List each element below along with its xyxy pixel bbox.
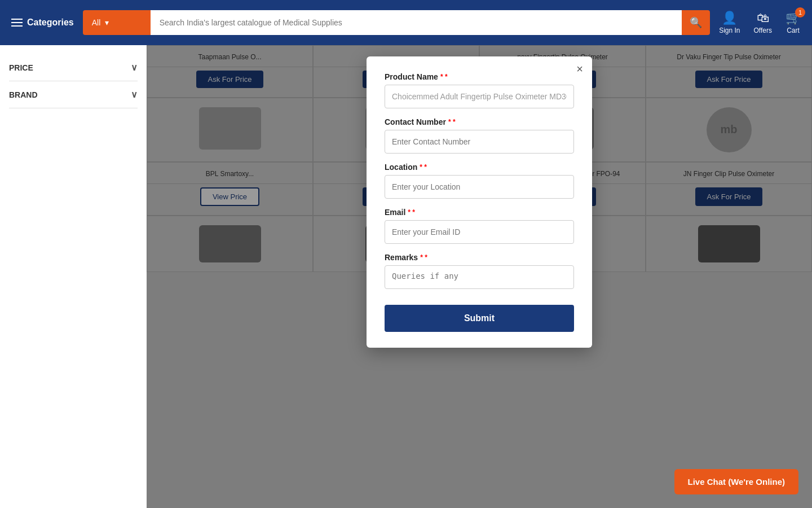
sign-in-label: Sign In [719,27,740,34]
remarks-group: Remarks * * [385,253,574,291]
product-name-group: Product Name * * [385,72,574,108]
categories-label: Categories [27,17,74,28]
category-dropdown[interactable]: All ▾ [83,10,151,35]
categories-menu[interactable]: Categories [11,17,74,28]
submit-button[interactable]: Submit [385,305,574,332]
remarks-required: * * [420,253,427,261]
location-group: Location * * [385,163,574,199]
main-content: PRICE ∨ BRAND ∨ Taapmaan Pulse O... noxy… [0,45,812,508]
price-filter[interactable]: PRICE ∨ [9,54,138,81]
search-input[interactable] [151,10,682,35]
cart-label: Cart [787,27,800,34]
modal-close-button[interactable]: × [576,63,583,75]
email-input[interactable] [385,220,574,244]
sign-in-action[interactable]: 👤 Sign In [719,11,740,34]
remarks-input[interactable] [385,265,574,289]
user-icon: 👤 [722,11,737,25]
email-group: Email * * [385,208,574,244]
ask-price-modal: × Product Name * * Contact Number * * [367,56,592,348]
location-input[interactable] [385,175,574,199]
offers-icon: 🛍 [757,11,769,25]
email-required: * * [408,208,415,216]
product-area: Taapmaan Pulse O... noxy Fingertip Pulse… [147,45,812,508]
modal-overlay: × Product Name * * Contact Number * * [147,45,812,508]
category-value: All [92,18,101,27]
search-bar: All ▾ 🔍 [83,10,710,35]
price-filter-label: PRICE [9,63,33,72]
remarks-label: Remarks * * [385,253,574,262]
cart-badge: 1 [795,7,805,17]
product-name-input[interactable] [385,85,574,108]
product-name-label: Product Name * * [385,72,574,81]
search-button[interactable]: 🔍 [682,10,710,35]
brand-filter[interactable]: BRAND ∨ [9,81,138,108]
header-actions: 👤 Sign In 🛍 Offers 🛒 1 Cart [719,11,801,34]
brand-chevron-icon: ∨ [131,89,138,100]
sidebar: PRICE ∨ BRAND ∨ [0,45,147,508]
offers-action[interactable]: 🛍 Offers [754,11,772,34]
email-label: Email * * [385,208,574,217]
offers-label: Offers [754,27,772,34]
live-chat-label: Live Chat (We're Online) [688,477,785,487]
cart-action[interactable]: 🛒 1 Cart [785,11,801,34]
contact-group: Contact Number * * [385,117,574,154]
chevron-down-icon: ▾ [105,18,109,27]
price-chevron-icon: ∨ [131,62,138,73]
live-chat-button[interactable]: Live Chat (We're Online) [674,469,799,494]
location-required: * * [420,163,427,171]
contact-input[interactable] [385,130,574,154]
contact-label: Contact Number * * [385,117,574,126]
brand-filter-label: BRAND [9,90,38,99]
hamburger-icon [11,19,23,27]
search-icon: 🔍 [690,16,702,29]
product-name-required: * * [440,73,448,81]
header: Categories All ▾ 🔍 👤 Sign In 🛍 Offers 🛒 … [0,0,812,45]
location-label: Location * * [385,163,574,172]
contact-required: * * [448,118,456,126]
